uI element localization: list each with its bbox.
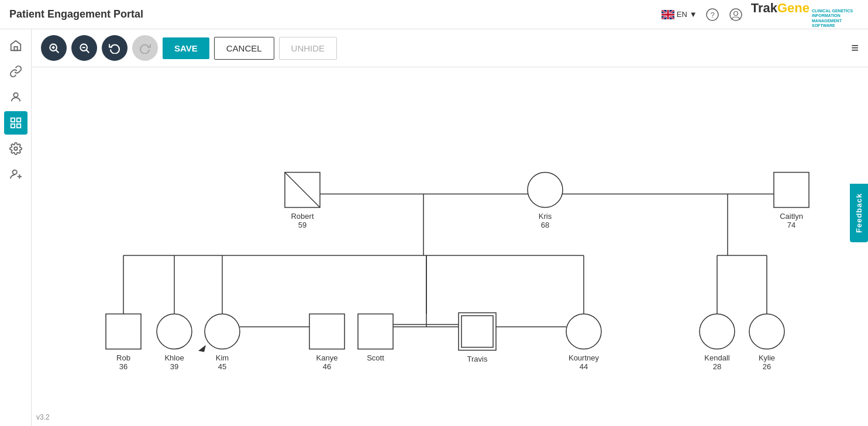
svg-rect-10 bbox=[16, 124, 20, 128]
svg-rect-5 bbox=[14, 47, 18, 50]
scott-symbol[interactable] bbox=[358, 314, 393, 349]
svg-point-4 bbox=[733, 11, 738, 15]
kim-age: 45 bbox=[218, 362, 226, 371]
robert-age: 59 bbox=[298, 221, 306, 229]
zoom-out-button[interactable] bbox=[71, 35, 97, 61]
kendall-name: Kendall bbox=[704, 353, 729, 362]
proband-arrow bbox=[198, 345, 206, 352]
kris-name: Kris bbox=[539, 212, 552, 221]
kanye-name: Kanye bbox=[316, 353, 338, 362]
kylie-name: Kylie bbox=[759, 353, 775, 362]
header-right: EN ▼ ? Trak Gene CLINICAL GENETICS INFOR… bbox=[662, 1, 859, 29]
sidebar-item-pedigree[interactable] bbox=[4, 111, 27, 135]
kendall-symbol[interactable] bbox=[700, 314, 735, 349]
robert-name: Robert bbox=[291, 212, 314, 221]
help-button[interactable]: ? bbox=[704, 6, 721, 23]
kim-name: Kim bbox=[216, 353, 229, 362]
version-label: v3.2 bbox=[36, 413, 50, 421]
logo-subtitle: CLINICAL GENETICS INFORMATION MANAGEMENT… bbox=[812, 9, 859, 29]
travis-inner-symbol bbox=[461, 316, 493, 348]
kanye-age: 46 bbox=[323, 362, 331, 371]
pedigree-area[interactable]: Robert 59 Kris 68 Caitlyn 74 Rob 36 Khlo… bbox=[32, 67, 868, 426]
caitlyn-symbol[interactable] bbox=[774, 173, 809, 208]
kris-age: 68 bbox=[541, 221, 549, 229]
lang-chevron: ▼ bbox=[690, 10, 697, 19]
khloe-symbol[interactable] bbox=[157, 314, 192, 349]
language-selector[interactable]: EN ▼ bbox=[662, 10, 697, 19]
logo-trak: Trak bbox=[751, 1, 777, 16]
svg-point-12 bbox=[12, 170, 16, 174]
kendall-age: 28 bbox=[713, 362, 721, 371]
travis-name: Travis bbox=[467, 355, 488, 363]
svg-line-20 bbox=[86, 50, 89, 53]
khloe-age: 39 bbox=[170, 362, 178, 371]
cancel-button[interactable]: CANCEL bbox=[214, 37, 274, 60]
svg-rect-9 bbox=[11, 124, 14, 128]
kourtney-symbol[interactable] bbox=[566, 314, 601, 349]
undo-button[interactable] bbox=[102, 35, 128, 61]
kim-symbol[interactable] bbox=[205, 314, 240, 349]
flag-icon bbox=[662, 10, 674, 19]
kylie-age: 26 bbox=[763, 362, 771, 371]
rob-name: Rob bbox=[116, 353, 130, 362]
logo: Trak Gene CLINICAL GENETICS INFORMATION … bbox=[751, 1, 859, 29]
toolbar: SAVE CANCEL UNHIDE ≡ bbox=[32, 29, 868, 67]
app-title: Patient Engagement Portal bbox=[9, 8, 143, 20]
sidebar-item-link[interactable] bbox=[4, 60, 27, 83]
svg-line-39 bbox=[285, 173, 320, 208]
feedback-tab[interactable]: Feedback bbox=[850, 184, 868, 242]
svg-point-11 bbox=[14, 147, 18, 150]
sidebar-item-person[interactable] bbox=[4, 85, 27, 109]
rob-symbol[interactable] bbox=[106, 314, 141, 349]
svg-line-16 bbox=[56, 50, 58, 53]
kourtney-name: Kourtney bbox=[569, 353, 600, 362]
sidebar-item-home[interactable] bbox=[4, 34, 27, 57]
kylie-symbol[interactable] bbox=[749, 314, 784, 349]
header: Patient Engagement Portal EN ▼ ? bbox=[0, 0, 868, 29]
caitlyn-age: 74 bbox=[787, 221, 795, 229]
svg-point-6 bbox=[13, 93, 18, 97]
caitlyn-name: Caitlyn bbox=[780, 212, 803, 221]
sidebar-item-add-person[interactable] bbox=[4, 163, 27, 186]
save-button[interactable]: SAVE bbox=[163, 37, 209, 59]
travis-outer-symbol[interactable] bbox=[459, 313, 496, 351]
svg-rect-7 bbox=[11, 118, 14, 122]
sidebar bbox=[0, 29, 32, 426]
redo-button[interactable] bbox=[132, 35, 158, 61]
zoom-in-button[interactable] bbox=[41, 35, 67, 61]
kris-symbol[interactable] bbox=[528, 173, 563, 208]
unhide-button[interactable]: UNHIDE bbox=[279, 37, 337, 60]
kanye-symbol[interactable] bbox=[309, 314, 345, 349]
svg-rect-8 bbox=[16, 118, 20, 122]
app-layout: SAVE CANCEL UNHIDE ≡ bbox=[0, 29, 868, 426]
sidebar-item-settings[interactable] bbox=[4, 137, 27, 160]
account-button[interactable] bbox=[728, 6, 744, 23]
khloe-name: Khloe bbox=[164, 353, 184, 362]
rob-age: 36 bbox=[119, 362, 128, 371]
logo-gene: Gene bbox=[777, 1, 810, 16]
scott-name: Scott bbox=[367, 353, 384, 362]
menu-button[interactable]: ≡ bbox=[851, 40, 859, 56]
lang-label: EN bbox=[677, 10, 687, 19]
pedigree-svg: Robert 59 Kris 68 Caitlyn 74 Rob 36 Khlo… bbox=[32, 67, 868, 426]
kourtney-age: 44 bbox=[580, 362, 588, 371]
main-content: SAVE CANCEL UNHIDE ≡ bbox=[32, 29, 868, 426]
svg-text:?: ? bbox=[710, 11, 714, 19]
